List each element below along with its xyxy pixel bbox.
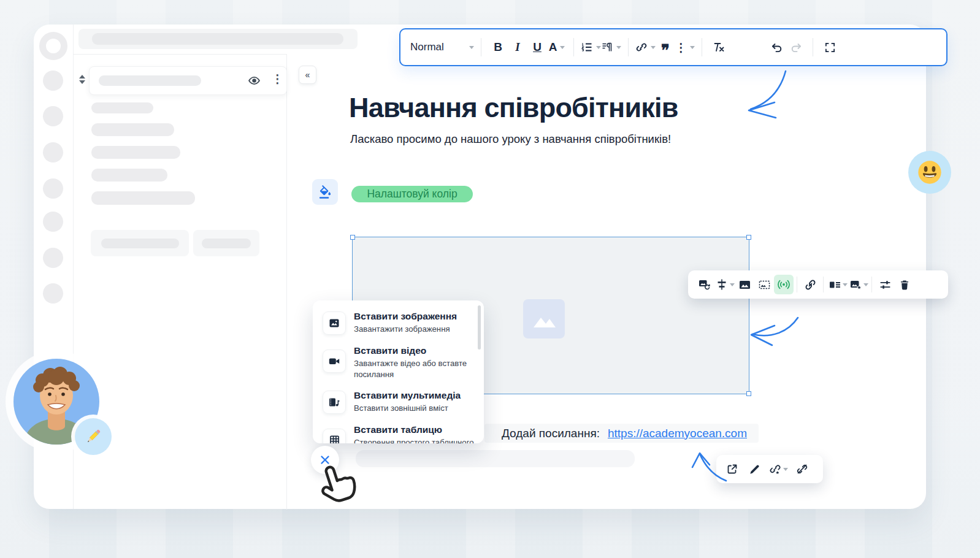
chevron-down-icon xyxy=(863,283,868,286)
clear-formatting-icon xyxy=(713,41,725,53)
lesson-link[interactable]: https://academyocean.com xyxy=(608,427,747,440)
redo-button[interactable] xyxy=(786,36,806,58)
resize-handle[interactable] xyxy=(746,235,751,240)
paragraph-format-button[interactable] xyxy=(601,36,621,58)
open-link-button[interactable] xyxy=(722,459,742,479)
pencil-badge xyxy=(75,418,112,455)
skeleton-line xyxy=(91,169,167,182)
chevron-down-icon xyxy=(560,46,565,49)
eye-icon[interactable] xyxy=(248,74,261,87)
skeleton-line xyxy=(91,123,174,136)
color-highlight-chip[interactable]: Налаштовуй колір xyxy=(351,186,473,202)
collapse-panel-button[interactable]: « xyxy=(299,66,316,84)
menu-item-subtitle: Завантажте відео або вставте посилання xyxy=(354,358,474,379)
smiley-badge xyxy=(908,151,951,194)
more-options-icon: ⋮ xyxy=(675,40,687,55)
link-style-icon xyxy=(769,463,781,475)
link-sentence: Додай посилання: https://academyocean.co… xyxy=(484,424,759,443)
header-skeleton xyxy=(78,29,358,49)
workspace-logo-placeholder xyxy=(39,32,67,60)
italic-icon: I xyxy=(515,40,519,54)
scrollbar[interactable] xyxy=(478,305,481,350)
page: ⋮ « Навчання співробітників Ласкаво прос… xyxy=(0,0,980,558)
text-color-icon: A xyxy=(549,40,557,54)
paragraph-style-select[interactable]: Normal xyxy=(410,36,474,58)
unlink-button[interactable] xyxy=(792,459,812,479)
chevron-down-icon xyxy=(469,46,474,49)
underline-icon: U xyxy=(533,40,542,54)
skeleton-line xyxy=(92,33,343,45)
image-link-button[interactable] xyxy=(800,275,820,294)
featured-image-icon xyxy=(849,278,862,291)
link-icon xyxy=(635,41,648,53)
insert-video-item[interactable]: Вставити відео Завантажте відео або вста… xyxy=(313,340,484,384)
replace-image-button[interactable] xyxy=(694,275,714,294)
skeleton-card xyxy=(193,230,259,256)
rail-item-placeholder[interactable] xyxy=(43,283,63,304)
rail-item-placeholder[interactable] xyxy=(43,71,63,91)
smiley-emoji-icon xyxy=(917,159,943,185)
text-color-button[interactable]: A xyxy=(547,36,567,58)
skeleton-line xyxy=(91,146,180,159)
underline-button[interactable]: U xyxy=(527,36,547,58)
chevron-down-icon xyxy=(783,468,788,471)
edit-link-button[interactable] xyxy=(745,459,764,479)
rail-item-placeholder[interactable] xyxy=(43,212,63,232)
editor-toolbar: Normal B I U A xyxy=(399,28,947,66)
undo-icon xyxy=(770,41,783,54)
blockquote-icon: ❞ xyxy=(661,47,670,53)
rail-item-placeholder[interactable] xyxy=(43,142,63,162)
multimedia-icon xyxy=(328,396,340,408)
fill-color-button[interactable] xyxy=(312,179,338,205)
rail-item-placeholder[interactable] xyxy=(43,178,63,199)
lesson-subtitle: Ласкаво просимо до нашого уроку з навчан… xyxy=(350,132,671,146)
full-width-image-button[interactable] xyxy=(735,275,754,294)
redo-icon xyxy=(790,41,803,54)
image-caption-button[interactable] xyxy=(827,275,843,294)
edit-pencil-icon xyxy=(749,464,760,475)
clear-formatting-button[interactable] xyxy=(709,36,729,58)
paragraph-format-icon xyxy=(601,41,613,53)
insert-image-item[interactable]: Вставити зображення Завантажити зображен… xyxy=(313,305,484,340)
trash-icon xyxy=(898,278,911,291)
blockquote-button[interactable]: ❞ xyxy=(656,33,675,61)
inline-image-button[interactable] xyxy=(754,275,774,294)
resize-handle[interactable] xyxy=(350,235,355,240)
caption-image-icon xyxy=(829,278,841,291)
chevron-down-icon xyxy=(730,283,735,286)
broadcast-button[interactable] xyxy=(774,275,794,294)
undo-button[interactable] xyxy=(767,36,786,58)
featured-image-button[interactable] xyxy=(848,275,863,294)
full-width-image-icon xyxy=(738,278,751,291)
link-toolbar xyxy=(716,455,823,483)
skeleton-card xyxy=(91,230,189,256)
resize-handle[interactable] xyxy=(746,391,751,396)
rail-item-placeholder[interactable] xyxy=(43,248,63,268)
italic-button[interactable]: I xyxy=(508,36,527,58)
image-settings-icon xyxy=(879,278,892,291)
menu-item-subtitle: Створення простого табличного вмісту xyxy=(354,437,474,443)
link-style-button[interactable] xyxy=(767,459,790,479)
fullscreen-button[interactable] xyxy=(820,36,840,58)
image-settings-button[interactable] xyxy=(875,275,895,294)
delete-image-button[interactable] xyxy=(895,275,914,294)
more-formatting-button[interactable]: ⋮ xyxy=(675,36,695,58)
image-toolbar xyxy=(688,270,948,299)
insert-link-button[interactable] xyxy=(635,36,656,58)
bold-button[interactable]: B xyxy=(488,36,508,58)
rail-item-placeholder[interactable] xyxy=(43,106,63,126)
ordered-list-button[interactable] xyxy=(581,36,601,58)
pencil-emoji-icon xyxy=(83,426,104,447)
image-alignment-button[interactable] xyxy=(714,275,730,294)
paragraph-style-value: Normal xyxy=(410,41,444,53)
drag-handle-icon[interactable] xyxy=(79,75,85,84)
skeleton-line xyxy=(91,102,153,113)
replace-image-icon xyxy=(698,278,711,291)
insert-table-item[interactable]: Вставити таблицю Створення простого табл… xyxy=(313,419,484,443)
more-options-icon[interactable]: ⋮ xyxy=(272,72,283,86)
mountain-image-icon xyxy=(530,307,558,331)
insert-multimedia-item[interactable]: Вставити мультимедіа Вставити зовнішній … xyxy=(313,384,484,419)
lesson-card[interactable]: ⋮ xyxy=(89,66,287,95)
insert-menu: Вставити зображення Завантажити зображен… xyxy=(313,300,484,443)
link-icon xyxy=(804,278,817,291)
